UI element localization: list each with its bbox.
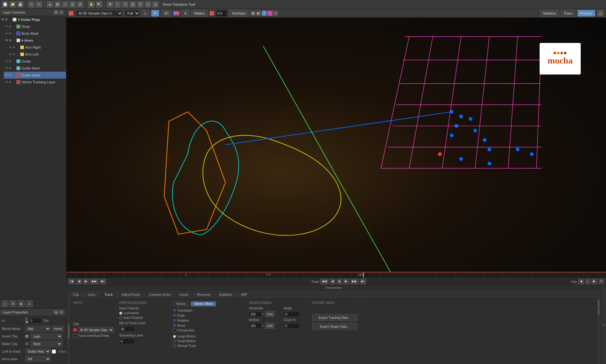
rotate-icon[interactable]: ↻ bbox=[137, 1, 144, 8]
plus-icon[interactable]: + bbox=[114, 1, 121, 8]
view-right-btn[interactable]: R bbox=[151, 10, 159, 17]
scale-check[interactable]: ✕ bbox=[173, 313, 176, 318]
layer-row[interactable]: 👁 ⚙ Strap bbox=[4, 23, 66, 30]
folder-icon[interactable]: 📁 bbox=[9, 1, 16, 8]
motion-tab-btn[interactable]: Motion bbox=[173, 301, 189, 307]
invert-button[interactable]: Invert bbox=[52, 326, 64, 331]
luminance-radio-dot[interactable] bbox=[119, 312, 122, 315]
matte-clip-select[interactable]: None bbox=[31, 341, 62, 347]
key-next-btn[interactable]: ▶ bbox=[591, 279, 597, 284]
track-stop-btn[interactable]: ■ bbox=[337, 279, 342, 284]
e-tool-icon[interactable]: E bbox=[70, 1, 76, 8]
overlay-icon-5[interactable]: ▪ bbox=[273, 11, 278, 16]
view-3d-btn[interactable]: 3D bbox=[161, 10, 171, 17]
min-pixels-input[interactable] bbox=[119, 326, 135, 332]
layer-row[interactable]: 👁 ⚙ Body Mask bbox=[4, 30, 66, 37]
track-prev-btn[interactable]: ◀◀ bbox=[320, 279, 328, 284]
b-tool-icon[interactable]: B bbox=[54, 1, 61, 8]
add-layer-icon[interactable]: ▢ bbox=[1, 300, 8, 307]
layers-settings-icon[interactable]: ⚙ bbox=[54, 10, 58, 15]
in-value-input[interactable] bbox=[29, 318, 42, 323]
opacity-input[interactable] bbox=[216, 10, 227, 17]
dot-tool-icon[interactable]: • bbox=[62, 1, 68, 8]
go-end-btn[interactable]: ▶| bbox=[100, 279, 106, 284]
zoom-input[interactable] bbox=[284, 323, 300, 329]
adjusted-checkbox[interactable] bbox=[52, 349, 56, 354]
lp-settings-icon[interactable]: ⚙ bbox=[54, 310, 58, 314]
layer-row[interactable]: 👁 ⚙ Arm Right bbox=[0, 44, 66, 51]
prev-frame-btn[interactable]: ◀ bbox=[76, 279, 82, 284]
overlay-icon-3[interactable]: T bbox=[262, 11, 267, 16]
sun-icon[interactable]: ☼ bbox=[597, 10, 603, 16]
track-individual-checkbox[interactable] bbox=[73, 334, 77, 337]
smoothing-input[interactable] bbox=[119, 338, 135, 344]
tab-adjusttrack[interactable]: AdjustTrack bbox=[118, 292, 144, 297]
timeline-ruler[interactable]: 0 772 2303 bbox=[66, 272, 606, 278]
a-tool-icon[interactable]: A bbox=[77, 1, 83, 8]
insert-clip-select[interactable]: Logo bbox=[31, 333, 62, 339]
right-edge-tab[interactable]: ▸ bbox=[601, 285, 606, 364]
view-mode-select[interactable]: Full bbox=[125, 10, 140, 17]
arrow2-icon[interactable]: ↗ bbox=[122, 1, 128, 8]
preview-btn[interactable]: Preview bbox=[577, 10, 595, 17]
save-icon[interactable]: 💾 bbox=[17, 1, 23, 8]
layer-row[interactable]: 👁 ⚙ ▾ Guitar Pegs bbox=[0, 16, 66, 23]
clip-value-select[interactable]: M 3D Sample Clips bbox=[78, 327, 114, 333]
layer-row[interactable]: 👁 ⚙ Guitar bbox=[4, 58, 66, 65]
lp-close-icon[interactable]: × bbox=[59, 310, 64, 314]
undo-icon[interactable]: ↩ bbox=[28, 1, 34, 8]
go-start-btn[interactable]: |◀ bbox=[68, 279, 75, 284]
overlays-btn[interactable]: Overlays bbox=[229, 10, 248, 17]
mattes-btn[interactable]: Mattes bbox=[191, 10, 207, 17]
overlay-icon-2[interactable]: ▶ bbox=[256, 11, 261, 16]
angle-input[interactable] bbox=[284, 311, 300, 317]
shear-check[interactable]: ✕ bbox=[173, 324, 176, 328]
overlay-icon-4[interactable]: ▪ bbox=[267, 11, 272, 16]
vertical-input[interactable] bbox=[249, 323, 261, 329]
layer-row[interactable]: 👁 ⚙ Stereo Tracking Layer bbox=[4, 79, 66, 86]
horizontal-auto-btn[interactable]: Auto bbox=[265, 311, 274, 317]
in-set-btn[interactable]: |◀ bbox=[25, 317, 28, 324]
track-fwd-btn[interactable]: ▶▶ bbox=[350, 279, 358, 284]
auto-channel-radio-dot[interactable] bbox=[119, 316, 122, 319]
hero-view-select[interactable]: left bbox=[25, 356, 51, 362]
tab-camerasolve[interactable]: Camera Solve bbox=[145, 292, 175, 297]
dope-sheet-tab[interactable]: Dope Sheet bbox=[596, 299, 601, 364]
redo-icon[interactable]: ↪ bbox=[36, 1, 42, 8]
small-motion-dot[interactable] bbox=[173, 340, 176, 343]
file-icon[interactable]: 📄 bbox=[2, 1, 8, 8]
export-tracking-btn[interactable]: Export Tracking Data... bbox=[312, 314, 357, 321]
parameters-side-tab[interactable]: Parameters bbox=[66, 299, 71, 364]
blend-mode-select[interactable]: Add bbox=[25, 326, 51, 331]
tab-remove[interactable]: Remove bbox=[193, 292, 214, 297]
next-frame-btn[interactable]: ▶▶ bbox=[90, 279, 98, 284]
large-motion-dot[interactable] bbox=[173, 335, 176, 338]
a-overlay-btn[interactable]: A bbox=[181, 10, 189, 17]
copy-layer-icon[interactable]: ⧉ bbox=[9, 300, 16, 307]
manual-track-dot[interactable] bbox=[173, 344, 176, 348]
trace-btn[interactable]: Trace bbox=[561, 10, 575, 17]
vertical-auto-btn[interactable]: Auto bbox=[265, 323, 274, 329]
overlay-icon-1[interactable]: ◀ bbox=[250, 11, 255, 16]
layer-row[interactable]: 👁 ⚙ Arm Left bbox=[0, 51, 66, 58]
view-left-btn[interactable]: L bbox=[142, 10, 149, 17]
tab-clip[interactable]: Clip bbox=[69, 292, 83, 297]
stabilize-btn[interactable]: Stabilize bbox=[540, 10, 559, 17]
horizontal-input[interactable] bbox=[249, 311, 261, 317]
layer-row-active[interactable]: 👁 ⚙ Guitar Head bbox=[4, 72, 66, 79]
tab-track[interactable]: Track bbox=[100, 292, 117, 297]
play-btn[interactable]: ▶ bbox=[83, 279, 89, 284]
track-fwd1-btn[interactable]: ▶ bbox=[343, 279, 349, 284]
tab-imp[interactable]: IMP bbox=[237, 292, 251, 297]
export-shape-btn[interactable]: Export Shape Data... bbox=[312, 323, 357, 330]
perspective-check[interactable] bbox=[173, 329, 176, 332]
zoom-icon[interactable]: 🔍 bbox=[96, 1, 102, 8]
square-tool-icon[interactable]: ▢ bbox=[145, 1, 151, 8]
more-layers-icon[interactable]: ≡ bbox=[26, 300, 33, 307]
tab-insert[interactable]: Insert bbox=[175, 292, 193, 297]
chain-icon[interactable]: ⛓ bbox=[130, 1, 136, 8]
key-delete-btn[interactable]: ✕ bbox=[598, 279, 604, 284]
tab-lens[interactable]: Lens bbox=[84, 292, 100, 297]
rotation-check[interactable]: ✕ bbox=[173, 319, 176, 323]
lasso-icon[interactable]: ◎ bbox=[152, 1, 159, 8]
